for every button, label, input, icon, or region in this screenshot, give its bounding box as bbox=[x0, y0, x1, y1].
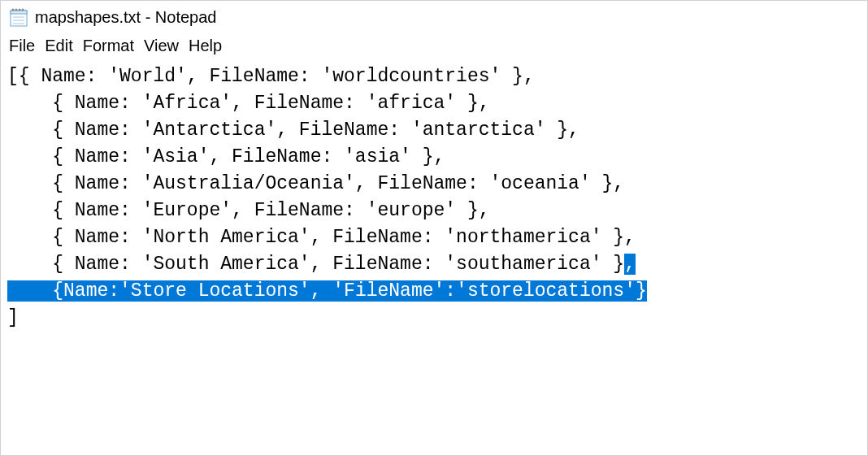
menubar: File Edit Format View Help bbox=[1, 33, 867, 60]
editor-selection: {Name:'Store Locations', 'FileName':'sto… bbox=[52, 280, 647, 302]
window-title: mapshapes.txt - Notepad bbox=[35, 8, 216, 27]
editor-line: ] bbox=[7, 307, 19, 328]
svg-rect-1 bbox=[11, 11, 27, 14]
menu-format[interactable]: Format bbox=[78, 35, 139, 57]
svg-point-5 bbox=[22, 9, 24, 11]
svg-point-4 bbox=[19, 9, 21, 11]
menu-edit[interactable]: Edit bbox=[40, 35, 77, 57]
titlebar: mapshapes.txt - Notepad bbox=[1, 1, 867, 33]
editor-line: { Name: 'North America', FileName: 'nort… bbox=[7, 227, 636, 248]
svg-point-3 bbox=[15, 9, 18, 11]
editor-selection bbox=[7, 280, 52, 302]
editor-line: [{ Name: 'World', FileName: 'worldcountr… bbox=[7, 66, 535, 87]
editor-line: { Name: 'Australia/Oceania', FileName: '… bbox=[7, 173, 624, 194]
editor-line: { Name: 'Antarctica', FileName: 'antarct… bbox=[7, 119, 579, 141]
svg-point-2 bbox=[12, 9, 15, 11]
editor-selection: , bbox=[624, 254, 636, 275]
notepad-icon bbox=[7, 6, 30, 28]
editor-line: { Name: 'Africa', FileName: 'africa' }, bbox=[7, 93, 490, 114]
menu-help[interactable]: Help bbox=[184, 35, 227, 57]
menu-file[interactable]: File bbox=[4, 35, 40, 57]
text-editor[interactable]: [{ Name: 'World', FileName: 'worldcountr… bbox=[1, 60, 867, 455]
editor-line: { Name: 'Europe', FileName: 'europe' }, bbox=[7, 200, 490, 221]
editor-line: { Name: 'Asia', FileName: 'asia' }, bbox=[7, 146, 445, 167]
menu-view[interactable]: View bbox=[139, 35, 184, 57]
editor-line-part: { Name: 'South America', FileName: 'sout… bbox=[7, 254, 624, 275]
